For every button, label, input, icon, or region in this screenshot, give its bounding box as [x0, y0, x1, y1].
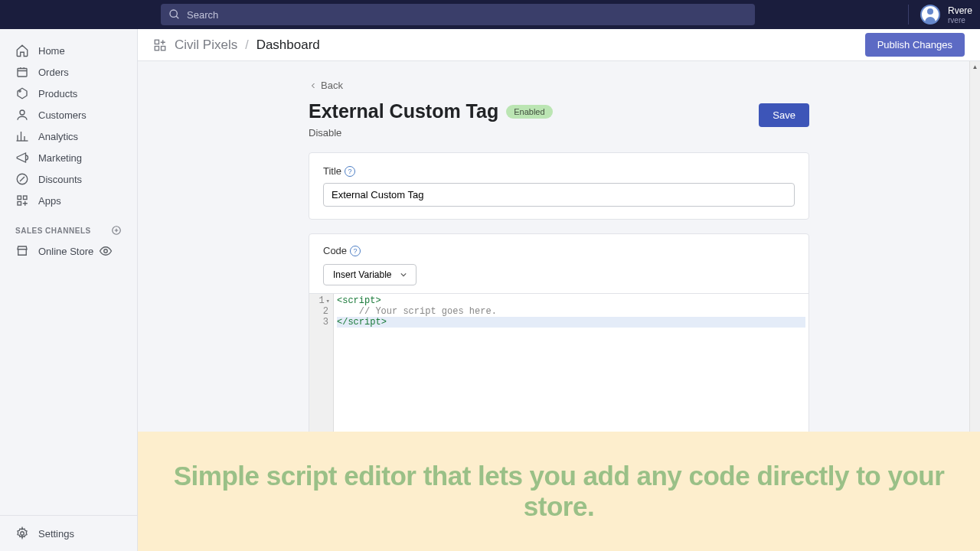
sidebar-item-online-store[interactable]: Online Store [0, 240, 137, 262]
caret-down-icon [400, 272, 407, 278]
sidebar-item-label: Discounts [38, 174, 82, 185]
svg-rect-2 [18, 69, 27, 77]
banner-text: Simple script editor that lets you add a… [153, 461, 965, 522]
title-input[interactable] [323, 183, 795, 207]
eye-icon[interactable] [99, 244, 113, 258]
svg-rect-12 [155, 40, 158, 44]
status-badge: Enabled [506, 105, 552, 119]
svg-point-10 [104, 249, 108, 253]
top-bar: Rvere rvere [0, 0, 980, 29]
sidebar-item-label: Apps [38, 195, 61, 207]
chevron-left-icon [309, 81, 318, 90]
help-icon[interactable]: ? [350, 246, 361, 256]
svg-line-1 [176, 16, 178, 18]
avatar [920, 5, 940, 24]
products-icon [15, 86, 29, 100]
svg-point-3 [19, 90, 21, 92]
sidebar-item-customers[interactable]: Customers [0, 104, 137, 126]
apps-icon [15, 194, 29, 207]
app-icon [153, 38, 167, 52]
title-card: Title ? [309, 152, 809, 220]
svg-point-4 [20, 110, 24, 115]
promo-banner: Simple script editor that lets you add a… [138, 432, 980, 551]
home-icon [15, 44, 29, 57]
search-icon [168, 8, 181, 21]
sidebar-item-label: Customers [38, 109, 87, 121]
sidebar-item-label: Home [38, 45, 65, 57]
user-sub: rvere [948, 16, 972, 24]
search-box[interactable] [161, 4, 755, 25]
sidebar-item-label: Orders [38, 67, 69, 78]
customers-icon [15, 108, 29, 122]
page-title: External Custom Tag [309, 100, 498, 122]
sidebar-item-marketing[interactable]: Marketing [0, 147, 137, 168]
user-menu[interactable]: Rvere rvere [908, 5, 972, 24]
code-label: Code ? [323, 245, 795, 256]
scroll-up-icon[interactable]: ▲ [970, 61, 980, 72]
svg-rect-8 [18, 202, 21, 206]
sidebar-item-orders[interactable]: Orders [0, 61, 137, 83]
breadcrumb-current: Dashboard [256, 37, 320, 53]
svg-point-0 [170, 10, 177, 17]
sales-channels-header: SALES CHANNELS [0, 211, 137, 240]
sidebar-item-apps[interactable]: Apps [0, 190, 137, 211]
sidebar-item-label: Online Store [38, 246, 93, 257]
sidebar-item-discounts[interactable]: Discounts [0, 168, 137, 190]
gear-icon [15, 527, 29, 540]
breadcrumb-link[interactable]: Civil Pixels [175, 37, 237, 53]
orders-icon [15, 65, 29, 79]
title-label: Title ? [323, 165, 795, 177]
svg-rect-6 [18, 196, 21, 200]
save-button[interactable]: Save [759, 103, 809, 127]
publish-button[interactable]: Publish Changes [865, 33, 965, 57]
sidebar-item-label: Products [38, 88, 77, 99]
store-icon [15, 244, 29, 258]
sidebar-item-products[interactable]: Products [0, 83, 137, 104]
disable-link[interactable]: Disable [309, 127, 553, 139]
breadcrumb: Civil Pixels / Dashboard [153, 37, 320, 53]
sidebar-item-settings[interactable]: Settings [0, 515, 137, 551]
svg-rect-14 [155, 46, 158, 50]
sidebar-item-home[interactable]: Home [0, 40, 137, 61]
sidebar-item-analytics[interactable]: Analytics [0, 126, 137, 147]
svg-rect-7 [24, 196, 28, 200]
svg-rect-13 [162, 46, 165, 50]
breadcrumb-separator: / [245, 38, 248, 52]
discounts-icon [15, 172, 29, 186]
sidebar-item-label: Analytics [38, 131, 78, 142]
code-card: Code ? Insert Variable 1▾ 2 3 [309, 233, 809, 465]
add-channel-icon[interactable] [111, 225, 122, 236]
analytics-icon [15, 129, 29, 143]
help-icon[interactable]: ? [345, 166, 355, 177]
sidebar: Home Orders Products Customers Analytics… [0, 29, 138, 551]
svg-point-11 [21, 532, 24, 536]
search-input[interactable] [187, 9, 747, 21]
back-link[interactable]: Back [309, 77, 809, 94]
marketing-icon [15, 151, 29, 165]
sidebar-item-label: Marketing [38, 152, 82, 164]
sidebar-item-label: Settings [38, 528, 74, 540]
breadcrumb-bar: Civil Pixels / Dashboard Publish Changes [138, 29, 980, 61]
insert-variable-button[interactable]: Insert Variable [323, 264, 416, 285]
user-name: Rvere [948, 5, 972, 16]
